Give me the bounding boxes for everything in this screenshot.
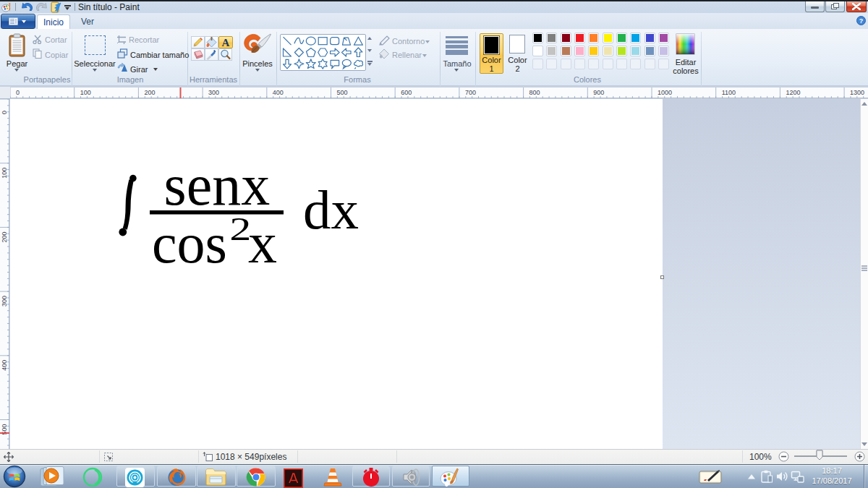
svg-text:0: 0 (1, 111, 8, 114)
svg-text:1200: 1200 (786, 89, 800, 96)
svg-text:1100: 1100 (722, 89, 736, 96)
svg-text:300: 300 (1, 296, 8, 307)
svg-text:x: x (248, 211, 277, 275)
svg-text:1000: 1000 (658, 89, 672, 96)
svg-text:?: ? (859, 17, 864, 25)
svg-text:dx: dx (303, 179, 359, 241)
svg-text:200: 200 (1, 231, 8, 242)
svg-text:900: 900 (593, 89, 604, 96)
svg-text:300: 300 (208, 89, 219, 96)
svg-text:0: 0 (16, 89, 20, 96)
svg-text:400: 400 (273, 89, 284, 96)
svg-text:400: 400 (1, 360, 8, 371)
svg-text:100: 100 (1, 168, 8, 179)
svg-text:100: 100 (80, 89, 91, 96)
svg-text:800: 800 (529, 89, 540, 96)
svg-text:cos: cos (152, 212, 227, 275)
svg-text:1300: 1300 (850, 89, 864, 96)
svg-text:senx: senx (164, 153, 271, 217)
svg-text:200: 200 (144, 89, 155, 96)
svg-text:500: 500 (337, 89, 348, 96)
svg-text:600: 600 (401, 89, 412, 96)
svg-text:700: 700 (465, 89, 476, 96)
